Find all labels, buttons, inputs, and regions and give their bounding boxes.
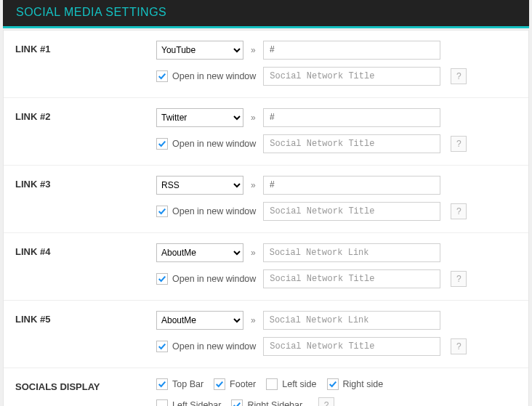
- section-title: SOCIAL MEDIA SETTINGS: [16, 6, 166, 18]
- link-row-2: LINK #2 Twitter » Open in new window ?: [4, 98, 528, 166]
- new-window-checkbox-2[interactable]: [156, 138, 168, 150]
- help-button-4[interactable]: ?: [451, 271, 467, 287]
- network-select-3[interactable]: RSS: [156, 176, 243, 195]
- row-label: SOCIALS DISPLAY: [15, 378, 156, 392]
- display-opt-footer[interactable]: [214, 378, 225, 390]
- arrow-icon: »: [249, 45, 257, 55]
- new-window-checkbox-1[interactable]: [156, 70, 168, 82]
- network-select-5[interactable]: AboutMe: [156, 311, 243, 330]
- new-window-checkbox-3[interactable]: [156, 206, 168, 217]
- new-window-label: Open in new window: [172, 71, 256, 81]
- display-opt-label: Footer: [230, 379, 256, 389]
- display-opt-label: Top Bar: [172, 379, 203, 389]
- link-url-input-4[interactable]: [263, 243, 440, 262]
- link-row-5: LINK #5 AboutMe » Open in new window ?: [4, 301, 528, 368]
- network-select-2[interactable]: Twitter: [156, 108, 243, 127]
- help-button-2[interactable]: ?: [451, 136, 467, 152]
- help-button-3[interactable]: ?: [451, 203, 467, 219]
- display-opt-label: Left Sidebar: [172, 400, 221, 406]
- help-button-display[interactable]: ?: [318, 397, 334, 406]
- help-button-5[interactable]: ?: [451, 338, 467, 354]
- row-label: LINK #1: [15, 41, 156, 54]
- new-window-checkbox-5[interactable]: [156, 341, 168, 352]
- arrow-icon: »: [249, 315, 257, 325]
- arrow-icon: »: [249, 180, 257, 190]
- display-opt-label: Right Sidebar: [247, 400, 302, 406]
- display-line-1: Top Bar Footer Left side Right side: [156, 378, 517, 390]
- arrow-icon: »: [249, 248, 257, 258]
- new-window-label: Open in new window: [172, 206, 256, 216]
- link-row-4: LINK #4 AboutMe » Open in new window ?: [4, 233, 528, 301]
- display-opt-leftsidebar[interactable]: [156, 399, 168, 406]
- row-label: LINK #2: [15, 108, 156, 122]
- network-select-1[interactable]: YouTube: [156, 41, 243, 60]
- link-title-input-4[interactable]: [263, 269, 440, 288]
- new-window-label: Open in new window: [172, 341, 256, 352]
- display-opt-leftside[interactable]: [266, 378, 278, 390]
- new-window-label: Open in new window: [172, 274, 256, 284]
- link-url-input-3[interactable]: [263, 176, 440, 195]
- section-header: SOCIAL MEDIA SETTINGS: [3, 0, 529, 28]
- link-title-input-1[interactable]: [263, 67, 440, 86]
- display-row: SOCIALS DISPLAY Top Bar Footer Left side: [4, 368, 528, 406]
- new-window-checkbox-4[interactable]: [156, 273, 168, 285]
- settings-panel: SOCIAL MEDIA SETTINGS LINK #1 YouTube » …: [0, 0, 532, 406]
- display-opt-rightside[interactable]: [327, 378, 339, 390]
- display-opt-label: Right side: [343, 379, 384, 389]
- arrow-icon: »: [249, 113, 257, 123]
- link-title-input-2[interactable]: [263, 134, 440, 153]
- display-opt-rightsidebar[interactable]: [231, 399, 243, 406]
- row-label: LINK #4: [15, 243, 156, 257]
- display-opt-label: Left side: [282, 379, 316, 389]
- link-url-input-2[interactable]: [263, 108, 440, 127]
- row-label: LINK #3: [15, 176, 156, 190]
- link-url-input-5[interactable]: [263, 311, 440, 330]
- display-line-2: Left Sidebar Right Sidebar ?: [156, 397, 517, 406]
- link-row-1: LINK #1 YouTube » Open in new window ?: [4, 31, 528, 98]
- link-url-input-1[interactable]: [263, 41, 440, 60]
- link-title-input-5[interactable]: [263, 337, 440, 356]
- new-window-label: Open in new window: [172, 139, 256, 149]
- display-opt-topbar[interactable]: [156, 378, 168, 390]
- link-row-3: LINK #3 RSS » Open in new window ?: [4, 166, 528, 233]
- settings-body: LINK #1 YouTube » Open in new window ?: [3, 30, 529, 406]
- network-select-4[interactable]: AboutMe: [156, 243, 243, 262]
- help-button-1[interactable]: ?: [451, 68, 467, 84]
- row-label: LINK #5: [15, 311, 156, 325]
- link-title-input-3[interactable]: [263, 202, 440, 221]
